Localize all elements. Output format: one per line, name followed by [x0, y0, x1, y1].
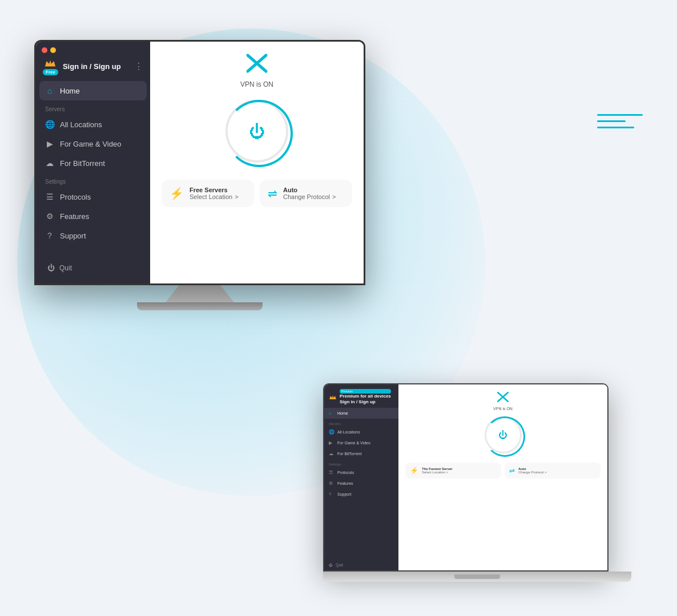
laptop-support: Support: [337, 492, 352, 496]
laptop-container: Premium Premium for all devices Sign in …: [323, 383, 631, 582]
laptop-protocols: Protocols: [337, 471, 354, 475]
protocol-chevron: >: [332, 193, 336, 200]
globe-icon: 🌐: [45, 120, 54, 129]
laptop-server-card[interactable]: ⚡ The Fastest Server Select Location >: [405, 463, 501, 479]
monitor-stand: [166, 285, 234, 302]
monitor-frame: Free Sign in / Sign up ⋮ ⌂ Home Servers: [34, 40, 365, 285]
vpn-main-content: VPN is ON ⏻ ⚡ Free Servers Select Locati…: [150, 42, 364, 283]
close-button[interactable]: [42, 47, 47, 53]
vpn-power-button[interactable]: ⏻: [225, 100, 288, 163]
servers-section-label: Servers: [39, 100, 147, 115]
server-select-card[interactable]: ⚡ Free Servers Select Location >: [162, 180, 254, 207]
laptop-bittorrent: For BitTorrent: [337, 452, 361, 456]
protocol-card-title: Auto: [283, 187, 336, 193]
home-label: Home: [60, 87, 80, 95]
laptop-lightning-icon: ⚡: [410, 467, 418, 475]
laptop-power-button[interactable]: ⏻: [485, 416, 522, 453]
brand-name: Sign in / Sign up: [63, 62, 121, 71]
quit-button[interactable]: ⏻ Quit: [43, 260, 143, 275]
laptop-features: Features: [337, 481, 353, 485]
server-card-text: Free Servers Select Location >: [190, 187, 239, 200]
laptop-nav-all-locations[interactable]: 🌐 All Locations: [324, 427, 398, 437]
minimize-button[interactable]: [50, 47, 56, 53]
laptop-nav-game-video[interactable]: ▶ For Game & Video: [324, 437, 398, 448]
laptop-screen-frame: Premium Premium for all devices Sign in …: [323, 383, 609, 572]
laptop-quit-icon: ⏻: [329, 563, 333, 567]
laptop-premium-badge: Premium: [340, 389, 391, 394]
monitor-screen: Free Sign in / Sign up ⋮ ⌂ Home Servers: [36, 42, 364, 283]
laptop-protocol-card[interactable]: ⇌ Auto Change Protocol >: [505, 463, 601, 479]
laptop-quit-button[interactable]: ⏻ Quit: [329, 563, 394, 567]
quit-label: Quit: [59, 264, 72, 272]
more-options-icon[interactable]: ⋮: [134, 61, 143, 72]
laptop-brand-text: Premium for all devices: [340, 394, 391, 399]
laptop-features-icon: ⚙: [329, 481, 335, 486]
quit-icon: ⏻: [47, 264, 55, 272]
free-badge: Free: [43, 69, 58, 75]
deco-line-2: [597, 120, 626, 122]
sidebar-item-support[interactable]: ? Support: [39, 226, 147, 245]
laptop-nav-home[interactable]: ⌂ Home: [324, 408, 398, 419]
laptop-sidebar-bottom: ⏻ Quit: [324, 560, 398, 570]
crown-icon: [44, 58, 57, 68]
laptop-quit-label: Quit: [336, 563, 343, 567]
sidebar-item-home[interactable]: ⌂ Home: [39, 81, 147, 100]
decorative-lines: [597, 114, 643, 133]
vpn-status-text: VPN is ON: [240, 80, 273, 88]
laptop-settings-label: Settings: [324, 459, 398, 467]
windows-taskbar: 🔍 Search Windows and the web 📋 F E V: [36, 283, 365, 285]
laptop-game-icon: ▶: [329, 440, 335, 445]
laptop-protocol-subtitle: Change Protocol >: [518, 471, 547, 474]
support-label: Support: [60, 232, 86, 240]
sidebar-bottom: ⏻ Quit: [36, 254, 150, 283]
sidebar-item-features[interactable]: ⚙ Features: [39, 206, 147, 226]
window-controls: [36, 42, 150, 54]
features-label: Features: [60, 212, 89, 221]
sidebar-nav: ⌂ Home Servers 🌐 All Locations ▶ For Gam…: [36, 81, 150, 254]
laptop-nav-bittorrent[interactable]: ☁ For BitTorrent: [324, 448, 398, 459]
deco-line-1: [597, 114, 643, 116]
vpn-x-logo: [245, 53, 268, 74]
protocol-icon: ⇌: [268, 187, 277, 200]
laptop-protocols-icon: ☰: [329, 470, 335, 475]
torrent-icon: ☁: [45, 159, 54, 168]
protocols-icon: ☰: [45, 192, 54, 201]
server-chevron: >: [235, 193, 238, 200]
sidebar-item-all-locations[interactable]: 🌐 All Locations: [39, 115, 147, 134]
protocol-select-card[interactable]: ⇌ Auto Change Protocol >: [260, 180, 352, 207]
lightning-icon: ⚡: [170, 187, 184, 200]
bittorrent-label: For BitTorrent: [60, 159, 105, 168]
monitor-container: Free Sign in / Sign up ⋮ ⌂ Home Servers: [34, 40, 365, 310]
sidebar-brand: Free Sign in / Sign up ⋮: [36, 54, 150, 81]
game-video-label: For Game & Video: [60, 140, 121, 148]
sidebar-item-bittorrent[interactable]: ☁ For BitTorrent: [39, 153, 147, 173]
laptop-x-logo: [497, 391, 509, 403]
laptop-nav-support[interactable]: ? Support: [324, 489, 398, 500]
laptop-support-icon: ?: [329, 492, 335, 497]
laptop-main-content: VPN is ON ⏻ ⚡ The Fastest Server Select …: [398, 384, 607, 570]
laptop-power-icon: ⏻: [498, 430, 507, 440]
laptop-home-label: Home: [337, 411, 348, 415]
laptop-nav-features[interactable]: ⚙ Features: [324, 478, 398, 489]
protocol-card-text: Auto Change Protocol >: [283, 187, 336, 200]
monitor-stand-area: [34, 285, 365, 310]
monitor-base: [137, 302, 263, 310]
laptop-globe-icon: 🌐: [329, 429, 335, 435]
laptop-servers-label: Servers: [324, 419, 398, 427]
protocol-card-subtitle: Change Protocol >: [283, 193, 336, 200]
sidebar-item-protocols[interactable]: ☰ Protocols: [39, 187, 147, 206]
sidebar-item-game-video[interactable]: ▶ For Game & Video: [39, 134, 147, 153]
laptop-game-video: For Game & Video: [337, 441, 370, 445]
laptop-protocol-icon: ⇌: [509, 467, 515, 475]
vpn-bottom-cards: ⚡ Free Servers Select Location > ⇌ A: [162, 180, 352, 207]
laptop-vpn-logo: [497, 391, 509, 406]
vpn-sidebar: Free Sign in / Sign up ⋮ ⌂ Home Servers: [36, 42, 150, 283]
game-icon: ▶: [45, 139, 54, 148]
settings-section-label: Settings: [39, 173, 147, 187]
all-locations-label: All Locations: [60, 120, 102, 129]
laptop-screen: Premium Premium for all devices Sign in …: [324, 384, 607, 570]
laptop-bottom-cards: ⚡ The Fastest Server Select Location > ⇌…: [405, 463, 601, 479]
laptop-nav-protocols[interactable]: ☰ Protocols: [324, 467, 398, 478]
laptop-server-subtitle: Select Location >: [422, 471, 453, 474]
server-card-title: Free Servers: [190, 187, 239, 193]
